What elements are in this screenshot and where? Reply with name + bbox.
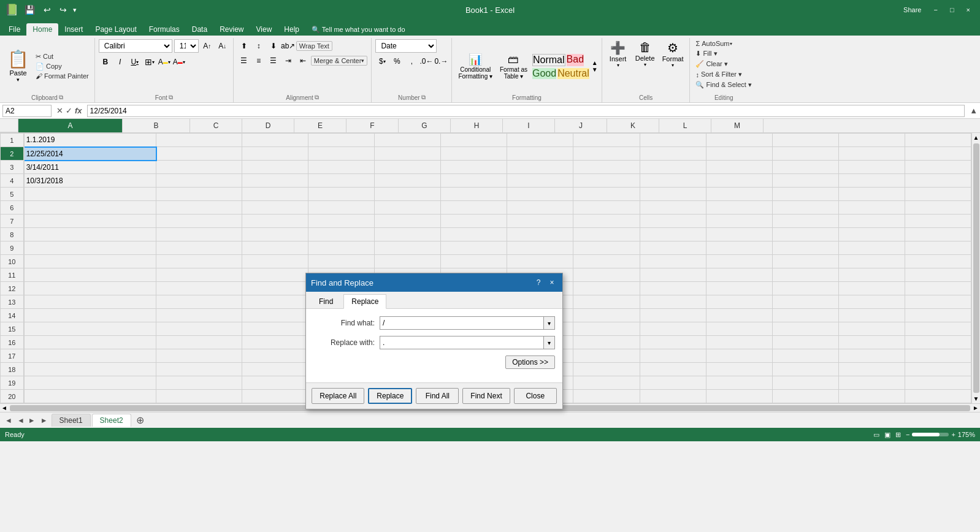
font-color-button[interactable]: A▬▾: [172, 55, 186, 69]
undo-icon[interactable]: ↩: [41, 4, 53, 16]
replace-with-dropdown-button[interactable]: ▾: [543, 336, 554, 349]
font-name-select[interactable]: Calibri: [99, 39, 172, 53]
find-replace-dialog[interactable]: Find and Replace ? × Find Replace Find w…: [305, 273, 563, 409]
cancel-formula-icon[interactable]: ✕: [56, 106, 63, 115]
italic-button[interactable]: I: [113, 55, 127, 69]
confirm-formula-icon[interactable]: ✓: [66, 106, 72, 115]
style-neutral[interactable]: Neutral: [557, 68, 589, 79]
cell-d2[interactable]: [308, 147, 375, 161]
cell-h1[interactable]: [573, 134, 640, 147]
fill-color-button[interactable]: A▬▾: [158, 55, 171, 69]
align-top-button[interactable]: ⬆: [237, 39, 251, 53]
increase-indent-button[interactable]: ⇤: [296, 54, 310, 67]
cell-h2[interactable]: [573, 147, 640, 161]
options-button[interactable]: Options >>: [505, 355, 555, 369]
page-break-view-icon[interactable]: ⊞: [895, 431, 901, 439]
redo-icon[interactable]: ↪: [57, 4, 69, 16]
sheet-nav-next[interactable]: ►: [27, 416, 37, 425]
increase-decimal-button[interactable]: 0.→: [434, 55, 448, 68]
cell-c1[interactable]: [242, 134, 308, 147]
sheet-tab-sheet1[interactable]: Sheet1: [52, 414, 91, 427]
cell-e3[interactable]: [375, 161, 441, 174]
dialog-close-button[interactable]: ×: [546, 277, 557, 288]
replace-all-button[interactable]: Replace All: [312, 388, 364, 404]
insert-cells-button[interactable]: ➕ Insert ▾: [606, 39, 630, 69]
tab-view[interactable]: View: [250, 23, 278, 36]
col-header-g[interactable]: G: [399, 119, 451, 132]
find-select-button[interactable]: 🔍 Find & Select ▾: [694, 80, 753, 89]
wrap-text-button[interactable]: Wrap Text: [296, 41, 332, 51]
cell-b1[interactable]: [156, 134, 242, 147]
cell-i3[interactable]: [640, 161, 706, 174]
col-header-a[interactable]: A: [18, 119, 123, 132]
cell-c4[interactable]: [242, 174, 308, 188]
find-all-button[interactable]: Find All: [416, 388, 459, 404]
minimize-button[interactable]: −: [928, 5, 942, 15]
font-dialog-icon[interactable]: ⧉: [169, 94, 173, 101]
cell-j4[interactable]: [706, 174, 772, 188]
cell-b4[interactable]: [156, 174, 242, 188]
percent-button[interactable]: %: [390, 55, 404, 68]
cell-f1[interactable]: [441, 134, 507, 147]
customize-quick-access-icon[interactable]: ▾: [73, 6, 77, 14]
underline-button[interactable]: U▾: [128, 55, 142, 69]
select-all-button[interactable]: [0, 119, 18, 132]
scroll-right-button[interactable]: ►: [971, 403, 980, 412]
cell-b3[interactable]: [156, 161, 242, 174]
page-layout-view-icon[interactable]: ▣: [884, 431, 890, 439]
conditional-formatting-button[interactable]: 📊 ConditionalFormatting ▾: [456, 51, 495, 81]
format-as-table-button[interactable]: 🗃 Format asTable ▾: [497, 52, 530, 81]
cell-k4[interactable]: [772, 174, 838, 188]
decrease-decimal-button[interactable]: .0←: [419, 55, 433, 68]
col-header-m[interactable]: M: [711, 119, 764, 132]
insert-function-icon[interactable]: fx: [75, 106, 82, 115]
cell-l3[interactable]: [838, 161, 905, 174]
cell-b2[interactable]: [156, 147, 242, 161]
copy-button[interactable]: 📄 Copy: [34, 62, 91, 71]
clear-button[interactable]: 🧹 Clear ▾: [694, 59, 729, 69]
replace-with-input[interactable]: [380, 336, 543, 349]
col-header-l[interactable]: L: [659, 119, 711, 132]
find-what-input[interactable]: [380, 317, 543, 329]
alignment-dialog-icon[interactable]: ⧉: [315, 94, 319, 101]
cell-j1[interactable]: [706, 134, 772, 147]
style-normal[interactable]: Normal: [532, 54, 565, 66]
tab-formulas[interactable]: Formulas: [143, 23, 186, 36]
cut-button[interactable]: ✂ Cut: [34, 52, 91, 61]
find-what-dropdown-button[interactable]: ▾: [543, 317, 554, 329]
col-header-k[interactable]: K: [607, 119, 659, 132]
tab-page-layout[interactable]: Page Layout: [89, 23, 142, 36]
cell-e4[interactable]: [375, 174, 441, 188]
close-button[interactable]: ×: [962, 5, 975, 15]
cell-l4[interactable]: [838, 174, 905, 188]
sheet-nav-prev[interactable]: ◄: [16, 416, 26, 425]
share-button[interactable]: Share: [898, 5, 926, 15]
cell-f4[interactable]: [441, 174, 507, 188]
cell-e1[interactable]: [375, 134, 441, 147]
number-dialog-icon[interactable]: ⧉: [421, 94, 426, 101]
align-left-button[interactable]: ☰: [237, 54, 251, 67]
name-box[interactable]: [2, 105, 52, 117]
formula-expand-icon[interactable]: ▲: [970, 106, 978, 115]
cell-c2[interactable]: [242, 147, 308, 161]
cell-m2[interactable]: [905, 147, 971, 161]
sheet-nav-left[interactable]: ◄: [2, 416, 15, 425]
text-angle-button[interactable]: ab↗: [281, 39, 295, 53]
scroll-down-button[interactable]: ▼: [972, 394, 980, 403]
cell-e2[interactable]: [375, 147, 441, 161]
number-format-select[interactable]: Date: [375, 39, 437, 53]
cell-l2[interactable]: [838, 147, 905, 161]
cell-a2[interactable]: 12/25/2014: [24, 147, 156, 161]
align-bottom-button[interactable]: ⬇: [267, 39, 280, 53]
cell-l1[interactable]: [838, 134, 905, 147]
col-header-h[interactable]: H: [451, 119, 503, 132]
cell-i2[interactable]: [640, 147, 706, 161]
zoom-out-button[interactable]: −: [906, 431, 909, 438]
comma-button[interactable]: ,: [405, 55, 418, 68]
vertical-scrollbar[interactable]: ▲ ▼: [971, 133, 980, 403]
font-size-select[interactable]: 11: [174, 39, 199, 53]
style-good[interactable]: Good: [532, 68, 556, 79]
autosum-button[interactable]: Σ AutoSum ▾: [694, 39, 733, 48]
clipboard-dialog-icon[interactable]: ⧉: [59, 94, 63, 101]
cell-c3[interactable]: [242, 161, 308, 174]
